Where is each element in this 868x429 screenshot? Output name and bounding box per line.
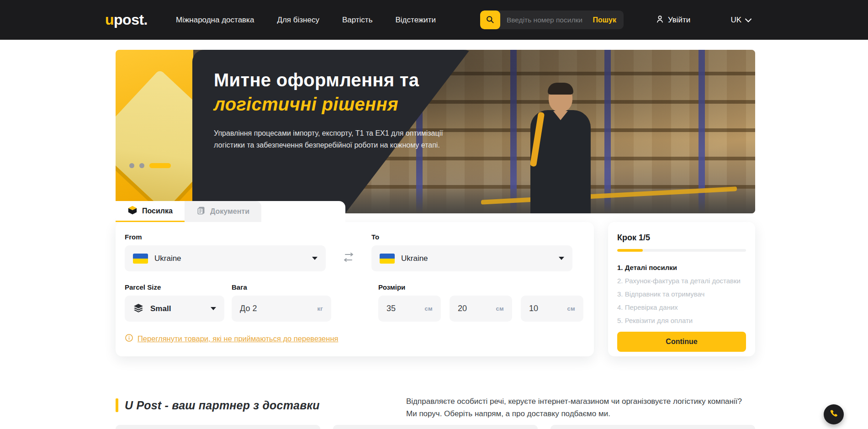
ukraine-flag-icon <box>380 254 395 264</box>
width-field: см <box>450 296 512 322</box>
width-unit: см <box>496 305 504 312</box>
user-icon <box>656 15 664 26</box>
checkout-progress-card: Крок 1/5 1. Деталі посилки 2. Рахунок-фа… <box>608 222 755 356</box>
login-label: Увійти <box>668 16 690 25</box>
carousel-dots <box>129 163 171 168</box>
swap-icon <box>343 253 355 265</box>
info-icon <box>125 334 133 344</box>
phone-chat-fab[interactable] <box>824 404 844 424</box>
carousel-dot[interactable] <box>129 163 134 168</box>
weight-label: Вага <box>232 283 331 291</box>
courier-photo <box>513 85 604 213</box>
top-navbar: upost. Міжнародна доставка Для бізнесу В… <box>0 0 868 40</box>
tracking-number-input[interactable] <box>500 16 592 24</box>
tracking-search: Пошук <box>480 11 624 29</box>
length-input[interactable] <box>386 304 421 313</box>
step-item-5: 5. Реквізити для оплати <box>617 317 746 324</box>
nav-international-shipping[interactable]: Міжнародна доставка <box>176 16 254 25</box>
from-country-select[interactable]: Ukraine <box>125 245 326 271</box>
restricted-items-link-text: Переглянути товари, які не приймаються д… <box>138 334 338 343</box>
tab-documents-label: Документи <box>210 207 249 216</box>
hero-text: Митне оформлення та логістичні рішення У… <box>214 70 460 151</box>
language-selector[interactable]: UK <box>730 16 752 25</box>
nav-track[interactable]: Відстежити <box>396 16 436 25</box>
category-card-top[interactable] <box>333 425 538 429</box>
height-field: см <box>521 296 583 322</box>
height-input[interactable] <box>529 304 564 313</box>
envelope-graphic <box>116 69 193 212</box>
search-button[interactable] <box>480 11 500 29</box>
nav-for-business[interactable]: Для бізнесу <box>277 16 319 25</box>
step-item-4: 4. Перевірка даних <box>617 303 746 311</box>
step-item-2: 2. Рахунок-фактура та деталі доставки <box>617 277 746 285</box>
dropdown-caret-icon <box>559 257 564 260</box>
section-description: Відправляєте особисті речі, керуєте інте… <box>406 396 752 420</box>
progress-fill <box>617 249 643 252</box>
carousel-dot[interactable] <box>139 163 144 168</box>
package-icon <box>127 205 138 217</box>
weight-input[interactable] <box>240 304 313 313</box>
hero-title-line2: логістичні рішення <box>214 94 460 115</box>
width-input[interactable] <box>458 304 492 313</box>
search-submit-link[interactable]: Пошук <box>592 16 624 24</box>
hero-title-line1: Митне оформлення та <box>214 70 460 90</box>
document-icon <box>196 206 206 217</box>
weight-unit: кг <box>317 305 323 312</box>
step-item-1: 1. Деталі посилки <box>617 264 746 271</box>
ukraine-flag-icon <box>133 254 148 264</box>
layers-icon <box>133 302 144 315</box>
height-unit: см <box>567 305 575 312</box>
step-counter: Крок 1/5 <box>617 233 746 243</box>
dimensions-label: Розміри <box>378 283 583 291</box>
logo[interactable]: upost. <box>105 11 148 28</box>
step-item-3: 3. Відправник та отримувач <box>617 290 746 298</box>
phone-icon <box>829 409 839 420</box>
swap-countries-button[interactable] <box>326 245 371 271</box>
parcel-size-label: Parcel Size <box>125 283 224 291</box>
dropdown-caret-icon <box>312 257 318 260</box>
calculator-section: From Ukraine To Ukraine <box>116 222 755 356</box>
parcel-form-card: From Ukraine To Ukraine <box>116 222 594 356</box>
from-country-value: Ukraine <box>154 254 181 263</box>
from-label: From <box>125 233 326 241</box>
category-cards-preview <box>116 425 755 429</box>
carousel-dot-active[interactable] <box>149 163 171 168</box>
category-card-top[interactable] <box>116 425 320 429</box>
tab-parcel-label: Посилка <box>142 207 173 215</box>
category-card-top[interactable] <box>550 425 755 429</box>
tab-documents[interactable]: Документи <box>185 201 261 222</box>
restricted-items-link[interactable]: Переглянути товари, які не приймаються д… <box>125 334 338 344</box>
parcel-size-select[interactable]: Small <box>125 296 224 322</box>
to-label: To <box>371 233 572 241</box>
length-unit: см <box>425 305 433 312</box>
login-button[interactable]: Увійти <box>656 15 690 26</box>
hero-yellow-panel <box>116 50 193 213</box>
to-country-value: Ukraine <box>401 254 428 263</box>
hero-subtitle: Управління процесами імпорту, експорту, … <box>214 127 445 151</box>
language-code: UK <box>730 16 741 25</box>
main-nav: Міжнародна доставка Для бізнесу Вартість… <box>176 16 436 25</box>
dropdown-caret-icon <box>211 307 216 310</box>
steps-list: 1. Деталі посилки 2. Рахунок-фактура та … <box>617 264 746 324</box>
search-icon <box>486 15 494 25</box>
section-heading: U Post - ваш партнер з доставки <box>125 399 320 412</box>
hero-banner: Митне оформлення та логістичні рішення У… <box>116 50 755 213</box>
shipment-type-tabs: Посилка Документи <box>116 201 345 222</box>
heading-accent-bar <box>116 398 118 412</box>
length-field: см <box>378 296 441 322</box>
intro-heading-block: U Post - ваш партнер з доставки <box>116 398 320 412</box>
to-country-select[interactable]: Ukraine <box>371 245 572 271</box>
chevron-down-icon <box>745 16 752 25</box>
parcel-size-value: Small <box>150 304 171 313</box>
progress-bar <box>617 249 746 252</box>
intro-section: U Post - ваш партнер з доставки Відправл… <box>116 398 752 420</box>
logo-rest: post. <box>114 11 148 28</box>
tab-parcel[interactable]: Посилка <box>116 201 185 222</box>
weight-field: кг <box>232 296 331 322</box>
continue-button[interactable]: Continue <box>617 332 746 352</box>
nav-pricing[interactable]: Вартість <box>342 16 373 25</box>
logo-accent: u <box>105 11 114 28</box>
